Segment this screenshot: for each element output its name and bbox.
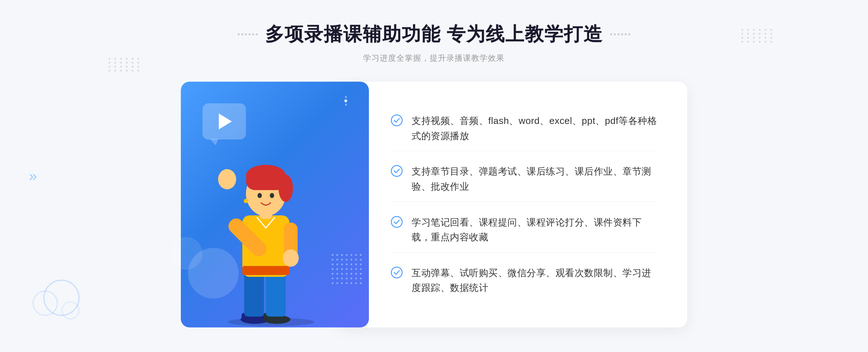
title-row: 多项录播课辅助功能 专为线上教学打造: [238, 22, 630, 47]
check-icon-3: [391, 216, 403, 228]
feature-item-3: 学习笔记回看、课程提问、课程评论打分、课件资料下载，重点内容收藏: [391, 208, 658, 253]
check-icon-4: [391, 266, 403, 279]
page-container: » 多项录播课辅助功能 专为线上教学打造 学习进度全掌握，提升录播课教学效果: [0, 0, 868, 352]
dots-decoration-top-right: [741, 29, 774, 43]
feature-item-1: 支持视频、音频、flash、word、excel、ppt、pdf等各种格式的资源…: [391, 106, 658, 151]
header-section: 多项录播课辅助功能 专为线上教学打造 学习进度全掌握，提升录播课教学效果: [238, 22, 630, 64]
svg-point-20: [270, 193, 274, 198]
feature-text-4: 互动弹幕、试听购买、微信分享、观看次数限制、学习进度跟踪、数据统计: [412, 266, 658, 296]
svg-point-18: [278, 175, 293, 202]
illustration-card: [181, 82, 369, 327]
main-title: 多项录播课辅助功能 专为线上教学打造: [265, 22, 603, 47]
title-dots-left: [238, 33, 258, 35]
check-icon-2: [391, 165, 403, 177]
svg-point-23: [391, 166, 402, 176]
svg-point-13: [283, 249, 299, 267]
chevrons-left-decoration: »: [29, 168, 37, 184]
feature-text-1: 支持视频、音频、flash、word、excel、ppt、pdf等各种格式的资源…: [412, 113, 658, 143]
sparkle-decoration: [344, 96, 347, 106]
svg-point-22: [391, 115, 402, 126]
person-illustration: [203, 125, 340, 327]
check-icon-1: [391, 114, 403, 126]
svg-point-25: [391, 267, 402, 278]
svg-point-24: [391, 216, 402, 227]
svg-rect-12: [224, 169, 229, 182]
title-dots-right: [610, 33, 630, 35]
content-area: 支持视频、音频、flash、word、excel、ppt、pdf等各种格式的资源…: [181, 82, 687, 327]
feature-text-2: 支持章节目录、弹题考试、课后练习、课后作业、章节测验、批改作业: [412, 164, 658, 194]
sub-title: 学习进度全掌握，提升录播课教学效果: [363, 53, 505, 64]
circle-decoration-medium: [170, 237, 203, 270]
features-panel: 支持视频、音频、flash、word、excel、ppt、pdf等各种格式的资源…: [340, 82, 687, 327]
dots-decoration-top-left: [109, 58, 141, 72]
feature-text-3: 学习笔记回看、课程提问、课程评论打分、课件资料下载，重点内容收藏: [412, 215, 658, 245]
svg-rect-8: [242, 266, 289, 275]
svg-point-19: [258, 193, 262, 198]
svg-point-21: [244, 199, 248, 203]
feature-item-2: 支持章节目录、弹题考试、课后练习、课后作业、章节测验、批改作业: [391, 157, 658, 202]
feature-item-4: 互动弹幕、试听购买、微信分享、观看次数限制、学习进度跟踪、数据统计: [391, 258, 658, 303]
